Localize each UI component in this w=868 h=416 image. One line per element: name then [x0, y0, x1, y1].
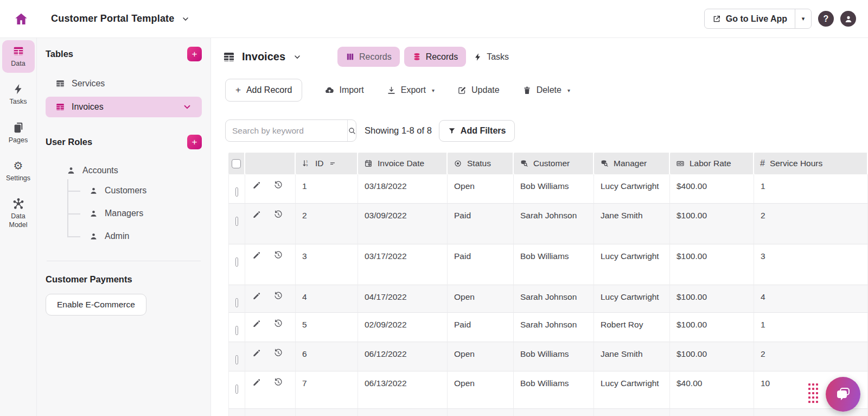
add-user-role-button[interactable]: +	[187, 135, 202, 149]
cell-invoice-date: 03/18/2022	[358, 174, 448, 204]
row-select-cell	[228, 371, 245, 409]
sidebar-item-customers[interactable]: Customers	[59, 179, 202, 202]
history-clock-icon	[273, 180, 283, 190]
rail-item-settings[interactable]: ⚙ Settings	[2, 155, 35, 187]
column-header-labor-rate[interactable]: Labor Rate	[670, 153, 754, 174]
rail-item-pages[interactable]: Pages	[2, 117, 35, 149]
view-tab-records-columns[interactable]: Records	[337, 47, 400, 67]
update-button[interactable]: Update	[457, 85, 500, 95]
cell-service-hours: 3	[754, 244, 868, 285]
caret-down-icon: ▾	[567, 87, 570, 93]
column-header-service-hours[interactable]: # Service Hours	[754, 153, 868, 174]
row-checkbox[interactable]	[235, 298, 238, 307]
pencil-icon	[252, 319, 261, 329]
row-checkbox[interactable]	[235, 257, 238, 267]
cell-id: 1	[296, 174, 358, 204]
account-avatar[interactable]	[840, 11, 856, 27]
column-header-manager[interactable]: Manager	[594, 153, 670, 174]
row-actions-cell	[245, 371, 296, 409]
row-select-cell	[228, 174, 245, 204]
record-history-button[interactable]	[273, 210, 283, 219]
record-history-button[interactable]	[273, 377, 283, 387]
table-row: 7 06/13/2022 Open Bob Williams Lucy Cart…	[228, 371, 868, 409]
record-history-button[interactable]	[273, 291, 283, 301]
edit-record-button[interactable]	[252, 210, 261, 219]
history-clock-icon	[273, 210, 283, 219]
sidebar-item-managers[interactable]: Managers	[59, 202, 202, 225]
column-header-id[interactable]: 19 ID	[296, 153, 358, 174]
edit-record-button[interactable]	[252, 319, 261, 329]
cell-customer: Sarah Johnson	[514, 313, 594, 342]
cell-customer	[514, 409, 594, 416]
column-header-customer[interactable]: Customer	[514, 153, 594, 174]
actions-header-cell	[245, 153, 296, 174]
row-checkbox[interactable]	[235, 385, 238, 394]
row-checkbox[interactable]	[235, 187, 238, 197]
table-switcher-caret[interactable]	[293, 53, 302, 61]
add-record-label: Add Record	[246, 85, 292, 95]
rail-item-tasks[interactable]: Tasks	[2, 78, 35, 111]
view-tab-tasks[interactable]: Tasks	[474, 52, 509, 62]
sidebar-item-admin[interactable]: Admin	[59, 225, 202, 248]
object-header: Invoices Records Records Tasks	[222, 47, 868, 67]
database-icon	[412, 52, 422, 61]
cell-manager: Lucy Cartwright	[594, 174, 670, 204]
select-all-checkbox[interactable]	[232, 159, 241, 168]
row-checkbox[interactable]	[235, 355, 238, 364]
sort-lines-icon	[329, 160, 336, 167]
rail-item-data-model[interactable]: Data Model	[2, 193, 35, 235]
view-tab-records-grid[interactable]: Records	[404, 47, 467, 67]
cell-id: 2	[296, 204, 358, 244]
record-history-button[interactable]	[273, 250, 283, 260]
edit-record-button[interactable]	[252, 348, 261, 358]
add-record-button[interactable]: + Add Record	[225, 79, 302, 102]
add-filters-button[interactable]: Add Filters	[439, 120, 515, 142]
enable-ecommerce-button[interactable]: Enable E-Commerce	[46, 294, 146, 316]
history-clock-icon	[273, 250, 283, 260]
cell-id: 7	[296, 371, 358, 409]
question-icon: ?	[824, 14, 829, 24]
person-icon	[89, 186, 98, 196]
import-label: Import	[339, 85, 363, 95]
table-row: 3 03/17/2022 Paid Bob Williams Lucy Cart…	[228, 244, 868, 285]
search-input[interactable]	[226, 120, 347, 141]
column-header-status[interactable]: Status	[448, 153, 514, 174]
home-button[interactable]	[12, 10, 30, 28]
drag-dots-decoration	[808, 383, 818, 403]
sidebar-item-invoices[interactable]: Invoices	[46, 97, 202, 117]
help-button[interactable]: ?	[818, 11, 834, 27]
export-button[interactable]: Export ▾	[387, 85, 435, 95]
caret-down-icon: ▾	[802, 15, 805, 22]
customer-payments-heading: Customer Payments	[46, 274, 202, 285]
row-checkbox[interactable]	[235, 326, 238, 335]
record-history-button[interactable]	[273, 180, 283, 190]
row-select-cell	[228, 244, 245, 285]
delete-button[interactable]: Delete ▾	[522, 85, 570, 95]
app-title-dropdown[interactable]	[181, 15, 190, 23]
add-table-button[interactable]: +	[187, 47, 202, 61]
chat-widget-button[interactable]	[826, 377, 860, 412]
sidebar-item-services[interactable]: Services	[46, 75, 202, 92]
search-submit[interactable]	[347, 120, 356, 141]
go-to-live-app-caret[interactable]: ▾	[795, 9, 811, 28]
chevron-down-icon	[182, 102, 192, 112]
import-button[interactable]: Import	[325, 85, 363, 95]
tables-header-row: Tables +	[46, 46, 202, 62]
row-checkbox[interactable]	[235, 217, 238, 226]
lightning-icon	[12, 83, 24, 95]
search-icon	[348, 127, 356, 135]
edit-record-button[interactable]	[252, 250, 261, 260]
table-row: 2 03/09/2022 Paid Sarah Johnson Jane Smi…	[228, 204, 868, 244]
edit-record-button[interactable]	[252, 377, 261, 387]
record-history-button[interactable]	[273, 319, 283, 329]
sidebar-item-accounts[interactable]: Accounts	[46, 162, 202, 179]
records-table: 19 ID Invoice Date Status Customer	[228, 153, 868, 416]
column-header-invoice-date[interactable]: Invoice Date	[358, 153, 448, 174]
table-icon	[12, 45, 24, 57]
record-history-button[interactable]	[273, 348, 283, 358]
edit-record-button[interactable]	[252, 291, 261, 301]
rail-item-data[interactable]: Data	[2, 40, 35, 73]
cell-status: Open	[448, 371, 514, 409]
edit-record-button[interactable]	[252, 180, 261, 190]
go-to-live-app-main[interactable]: Go to Live App	[705, 9, 795, 28]
